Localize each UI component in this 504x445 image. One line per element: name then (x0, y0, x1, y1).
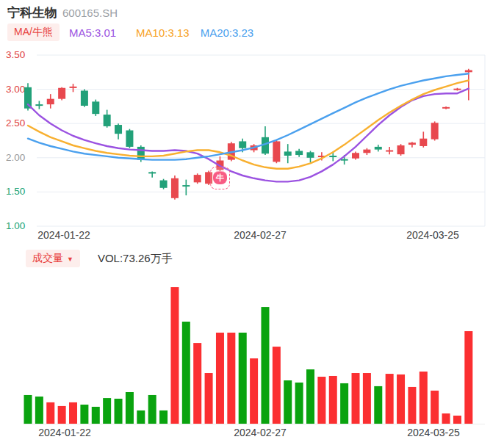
dropdown-arrow-icon: ▼ (67, 256, 73, 263)
ma-indicator-selector[interactable]: MA/牛熊 (7, 23, 60, 41)
price-tick-label: 2.50 (6, 117, 38, 130)
ma10-legend: MA10:3.13 (136, 26, 190, 39)
price-tick-label: 3.00 (6, 83, 38, 96)
stock-code: 600165.SH (62, 7, 118, 19)
date-tick-label: 2024-01-22 (37, 229, 90, 241)
price-tick-label: 2.00 (6, 151, 38, 164)
chart-header: 宁科生物600165.SH (7, 4, 118, 21)
bull-signal-icon[interactable]: 牛 (210, 167, 230, 189)
volume-indicator-selector[interactable]: 成交量 ▼ (26, 250, 80, 267)
date-tick-label: 2024-03-25 (406, 229, 459, 241)
volume-header-row: 成交量 ▼ VOL:73.26万手 (26, 250, 173, 267)
ma5-legend: MA5:3.01 (69, 26, 116, 39)
stock-chart-page: 宁科生物600165.SH MA/牛熊 MA5:3.01 MA10:3.13 M… (0, 0, 504, 445)
date-tick-label: 2024-03-25 (407, 427, 460, 438)
date-tick-label: 2024-02-27 (234, 427, 287, 438)
price-tick-label: 1.00 (6, 220, 38, 233)
ma20-legend: MA20:3.23 (201, 26, 254, 39)
bull-glyph: 牛 (213, 172, 227, 184)
text-layer: 宁科生物600165.SH MA/牛熊 MA5:3.01 MA10:3.13 M… (0, 0, 504, 445)
date-tick-label: 2024-02-27 (234, 229, 287, 241)
price-tick-label: 3.50 (6, 48, 38, 62)
indicator-legend-row: MA/牛熊 MA5:3.01 MA10:3.13 MA20:3.23 (7, 23, 253, 41)
price-tick-label: 1.50 (6, 185, 38, 198)
volume-value-label: VOL:73.26万手 (98, 252, 173, 266)
date-tick-label: 2024-01-22 (38, 427, 91, 438)
stock-name: 宁科生物 (7, 6, 57, 20)
volume-badge-label: 成交量 (32, 252, 63, 265)
